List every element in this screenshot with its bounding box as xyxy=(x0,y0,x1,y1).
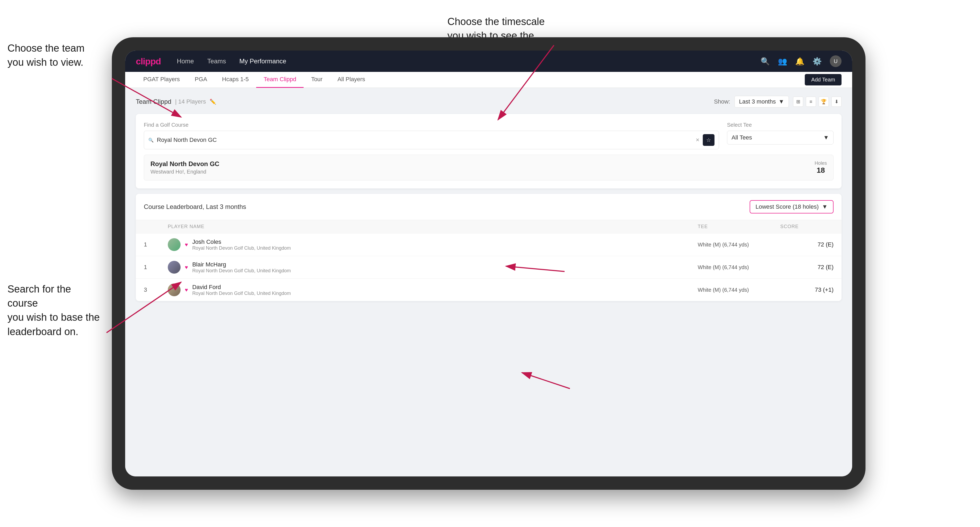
course-search-wrapper: 🔍 ✕ ☆ xyxy=(144,131,719,149)
search-row: Find a Golf Course 🔍 ✕ ☆ Select Tee All … xyxy=(144,122,834,149)
tab-pga[interactable]: PGA xyxy=(187,72,215,88)
navbar-links: Home Teams My Performance xyxy=(177,57,286,65)
timescale-dropdown[interactable]: Last 3 months ▼ xyxy=(735,96,789,108)
grid-view-button[interactable]: ⊞ xyxy=(793,97,803,107)
team-header: Team Clippd | 14 Players ✏️ Show: Last 3… xyxy=(136,96,842,108)
trophy-icon[interactable]: 🏆 xyxy=(819,97,829,107)
tab-all-players[interactable]: All Players xyxy=(330,72,372,88)
annotation-course-search: Search for the courseyou wish to base th… xyxy=(8,282,103,339)
nav-my-performance[interactable]: My Performance xyxy=(239,57,286,65)
rank-2: 1 xyxy=(144,264,165,271)
player-club-1: Royal North Devon Golf Club, United King… xyxy=(192,245,291,251)
tab-team-clippd[interactable]: Team Clippd xyxy=(256,72,304,88)
tab-tour[interactable]: Tour xyxy=(304,72,330,88)
select-tee-label: Select Tee xyxy=(727,122,834,128)
player-avatar-1 xyxy=(168,238,181,251)
annotation-team-choice: Choose the team you wish to view. xyxy=(8,41,93,70)
tablet-device: clippd Home Teams My Performance 🔍 👥 🔔 ⚙… xyxy=(112,37,865,490)
people-icon[interactable]: 👥 xyxy=(778,57,787,66)
leaderboard-table: PLAYER NAME TEE SCORE 1 ♥ xyxy=(136,220,842,301)
avatar[interactable]: U xyxy=(830,56,842,67)
col-tee: TEE xyxy=(698,224,778,229)
holes-label: Holes xyxy=(815,160,827,166)
player-avatar-3 xyxy=(168,284,181,296)
holes-badge: Holes 18 xyxy=(815,160,827,175)
navbar: clippd Home Teams My Performance 🔍 👥 🔔 ⚙… xyxy=(125,51,852,72)
clear-search-icon[interactable]: ✕ xyxy=(695,137,700,143)
rank-3: 3 xyxy=(144,286,165,293)
course-name: Royal North Devon GC xyxy=(151,160,220,168)
tab-hcaps[interactable]: Hcaps 1-5 xyxy=(215,72,256,88)
annotation-course-search-text: Search for the courseyou wish to base th… xyxy=(8,284,100,337)
table-header-row: PLAYER NAME TEE SCORE xyxy=(136,220,842,233)
tablet-screen: clippd Home Teams My Performance 🔍 👥 🔔 ⚙… xyxy=(125,51,852,476)
show-controls: Show: Last 3 months ▼ ⊞ ≡ 🏆 ⬇ xyxy=(714,96,842,108)
add-team-button[interactable]: Add Team xyxy=(805,74,842,86)
course-location: Westward Ho!, England xyxy=(151,169,220,175)
list-view-button[interactable]: ≡ xyxy=(806,97,816,107)
course-info: Royal North Devon GC Westward Ho!, Engla… xyxy=(151,160,220,175)
navbar-icons: 🔍 👥 🔔 ⚙️ U xyxy=(760,56,842,67)
find-course-label: Find a Golf Course xyxy=(144,122,719,128)
score-type-value: Lowest Score (18 holes) xyxy=(756,203,819,210)
player-club-2: Royal North Devon Golf Club, United King… xyxy=(192,268,291,274)
heart-icon-1[interactable]: ♥ xyxy=(185,242,188,248)
tee-value: All Tees xyxy=(732,134,752,141)
tee-2: White (M) (6,744 yds) xyxy=(698,264,778,270)
tab-pgat-players[interactable]: PGAT Players xyxy=(136,72,187,88)
search-card: Find a Golf Course 🔍 ✕ ☆ Select Tee All … xyxy=(136,114,842,189)
tee-dropdown[interactable]: All Tees ▼ xyxy=(727,131,834,144)
col-score: SCORE xyxy=(780,224,834,229)
nav-home[interactable]: Home xyxy=(177,57,194,65)
search-icon: 🔍 xyxy=(148,138,154,143)
leaderboard-title: Course Leaderboard, Last 3 months xyxy=(144,203,246,211)
table-row: 1 ♥ Josh Coles Royal North Devon Golf Cl… xyxy=(136,233,842,256)
holes-count: 18 xyxy=(815,166,827,175)
team-title: Team Clippd | 14 Players ✏️ xyxy=(136,98,216,105)
search-icon[interactable]: 🔍 xyxy=(760,57,770,66)
col-rank xyxy=(144,224,165,229)
tee-section: Select Tee All Tees ▼ xyxy=(727,122,834,149)
player-info-3: David Ford Royal North Devon Golf Club, … xyxy=(192,284,291,296)
timescale-value: Last 3 months xyxy=(739,98,776,105)
team-name: Team Clippd xyxy=(136,98,171,105)
rank-1: 1 xyxy=(144,241,165,248)
score-type-dropdown[interactable]: Lowest Score (18 holes) ▼ xyxy=(749,200,834,213)
edit-team-icon[interactable]: ✏️ xyxy=(210,98,216,105)
course-search-input[interactable] xyxy=(157,137,692,143)
tee-1: White (M) (6,744 yds) xyxy=(698,242,778,248)
settings-icon[interactable]: ⚙️ xyxy=(813,57,822,66)
chevron-down-icon: ▼ xyxy=(778,98,784,105)
annotation-team-choice-text: Choose the team you wish to view. xyxy=(8,43,84,68)
player-info-1: Josh Coles Royal North Devon Golf Club, … xyxy=(192,238,291,251)
player-cell-3: ♥ David Ford Royal North Devon Golf Club… xyxy=(168,284,695,296)
player-count: | 14 Players xyxy=(175,98,206,105)
score-1: 72 (E) xyxy=(780,241,834,248)
bell-icon[interactable]: 🔔 xyxy=(795,57,805,66)
brand-logo: clippd xyxy=(136,56,161,67)
player-name-3: David Ford xyxy=(192,284,291,290)
chevron-down-icon: ▼ xyxy=(822,203,828,210)
table-row: 3 ♥ David Ford Royal North Devon Golf Cl… xyxy=(136,278,842,301)
view-icons: ⊞ ≡ 🏆 ⬇ xyxy=(793,97,842,107)
table-row: 1 ♥ Blair McHarg Royal North Devon Golf … xyxy=(136,256,842,278)
chevron-down-icon: ▼ xyxy=(823,134,829,141)
tee-3: White (M) (6,744 yds) xyxy=(698,287,778,293)
player-info-2: Blair McHarg Royal North Devon Golf Club… xyxy=(192,261,291,274)
score-2: 72 (E) xyxy=(780,264,834,271)
leaderboard-header: Course Leaderboard, Last 3 months Lowest… xyxy=(136,194,842,220)
nav-teams[interactable]: Teams xyxy=(207,57,226,65)
heart-icon-2[interactable]: ♥ xyxy=(185,264,188,270)
heart-icon-3[interactable]: ♥ xyxy=(185,287,188,293)
player-cell-2: ♥ Blair McHarg Royal North Devon Golf Cl… xyxy=(168,261,695,274)
leaderboard-card: Course Leaderboard, Last 3 months Lowest… xyxy=(136,194,842,301)
player-name-1: Josh Coles xyxy=(192,238,291,245)
score-3: 73 (+1) xyxy=(780,286,834,293)
col-player-name: PLAYER NAME xyxy=(168,224,695,229)
sub-nav: PGAT Players PGA Hcaps 1-5 Team Clippd T… xyxy=(125,72,852,88)
download-icon[interactable]: ⬇ xyxy=(831,97,842,107)
player-avatar-2 xyxy=(168,261,181,274)
main-content: Team Clippd | 14 Players ✏️ Show: Last 3… xyxy=(125,88,852,476)
favorite-button[interactable]: ☆ xyxy=(703,134,714,146)
player-cell-1: ♥ Josh Coles Royal North Devon Golf Club… xyxy=(168,238,695,251)
